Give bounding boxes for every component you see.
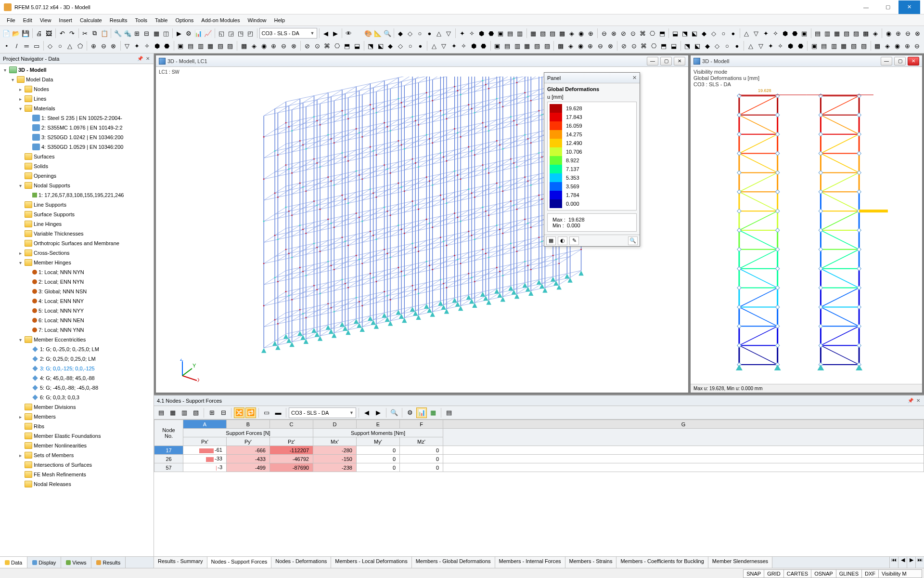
tool-icon[interactable]: ⬓: [669, 40, 679, 51]
menu-file[interactable]: File: [3, 16, 19, 25]
tool-icon[interactable]: △: [429, 40, 439, 51]
tool-icon[interactable]: ●: [729, 28, 738, 39]
tree-item[interactable]: Member Nonlinearities: [0, 441, 154, 450]
status-osnap[interactable]: OSNAP: [811, 569, 836, 578]
tool-icon[interactable]: ◇: [709, 28, 719, 39]
tool-icon[interactable]: ▨: [542, 40, 552, 51]
tree-ecc[interactable]: 5: G; -45,0,-88; -45,0,-88: [0, 383, 154, 393]
results-grid[interactable]: NodeNo. A B C D E F G Support Forces [N]…: [154, 420, 924, 556]
tool-icon[interactable]: ◈: [871, 28, 880, 39]
tool-icon[interactable]: ▦: [167, 407, 178, 418]
tree-ecc[interactable]: 6: G; 0,0,3; 0,0,3: [0, 393, 154, 402]
tool-icon[interactable]: ⊙: [312, 40, 322, 51]
tool-icon[interactable]: ◈: [567, 28, 576, 39]
save-icon[interactable]: 💾: [21, 28, 30, 39]
panel-title-bar[interactable]: Panel ✕: [544, 73, 640, 83]
tree-material[interactable]: 1: Steel S 235 | EN 10025-2:2004-: [0, 113, 154, 123]
tree-item[interactable]: ▸Nodes: [0, 84, 154, 94]
tool-icon[interactable]: ⊖: [279, 40, 289, 51]
tree-ecc[interactable]: 4: G; 45,0,-88; 45,0,-88: [0, 373, 154, 383]
tool-icon[interactable]: ▨: [226, 40, 235, 51]
tool-icon[interactable]: ▤: [819, 40, 829, 51]
tool-icon[interactable]: ⬣: [162, 40, 172, 51]
tool-icon[interactable]: ⬔: [680, 28, 690, 39]
tool-icon[interactable]: ⬢: [786, 40, 796, 51]
tool-icon[interactable]: ◉: [577, 28, 586, 39]
viewport-right-canvas[interactable]: Visibility mode Global Deformations u [m…: [691, 67, 922, 384]
tool-icon[interactable]: ▧: [532, 40, 542, 51]
tool-icon[interactable]: ▩: [861, 28, 870, 39]
tool-icon[interactable]: ⬢: [469, 40, 479, 51]
results-lc-combo[interactable]: CO3 - SLS - DA▼: [289, 407, 356, 418]
tool-icon[interactable]: 🔍: [389, 407, 399, 418]
tool-icon[interactable]: ▧: [849, 40, 859, 51]
tool-icon[interactable]: ⊕: [894, 28, 903, 39]
tool-icon[interactable]: ▣: [176, 40, 186, 51]
tool-icon[interactable]: ⬔: [683, 40, 693, 51]
tree-item[interactable]: ▸Sets of Members: [0, 450, 154, 460]
tool-icon[interactable]: ▣: [496, 28, 505, 39]
result-tab[interactable]: Members - Global Deformations: [412, 557, 495, 568]
close-icon[interactable]: ✕: [908, 57, 919, 66]
navigator-tree[interactable]: ▾ 3D - Modell ▾ Model Data ▸Nodes ▸Lines…: [0, 64, 154, 556]
tool-icon[interactable]: △: [742, 28, 751, 39]
copy-icon[interactable]: ⧉: [90, 28, 99, 39]
pin-icon[interactable]: 📌: [136, 56, 144, 61]
prev-icon[interactable]: ◀: [361, 407, 372, 418]
tool-icon[interactable]: ○: [406, 40, 415, 51]
maximize-icon[interactable]: ▢: [894, 57, 906, 66]
tool-icon[interactable]: ▦: [839, 40, 849, 51]
nav-tab-results[interactable]: Results: [91, 557, 126, 568]
tool-icon[interactable]: ✎: [569, 236, 579, 245]
tree-item[interactable]: Intersections of Surfaces: [0, 460, 154, 470]
tool-icon[interactable]: ⬓: [352, 40, 362, 51]
tool-icon[interactable]: ▥: [179, 407, 190, 418]
tool-icon[interactable]: ✦: [761, 28, 770, 39]
tool-icon[interactable]: ◆: [703, 40, 712, 51]
tree-hinge[interactable]: 4: Local; ENN NNY: [0, 296, 154, 306]
tree-ecc[interactable]: 2: G; 0,25,0; 0,25,0; LM: [0, 354, 154, 364]
tree-material[interactable]: 4: S350GD 1.0529 | EN 10346:200: [0, 142, 154, 152]
tool-icon[interactable]: 🎨: [363, 28, 372, 39]
next-icon[interactable]: ▶: [331, 28, 340, 39]
tree-item[interactable]: ▸Cross-Sections: [0, 248, 154, 258]
tree-item[interactable]: Surface Supports: [0, 210, 154, 219]
results-legend-panel[interactable]: Panel ✕ Global Deformations u [mm] 19.62…: [544, 72, 640, 247]
tool-icon[interactable]: ⬕: [376, 40, 385, 51]
tree-material[interactable]: 3: S250GD 1.0242 | EN 10346:200: [0, 132, 154, 142]
tree-item[interactable]: ▾Member Eccentricities: [0, 335, 154, 344]
tool-icon[interactable]: ▩: [556, 40, 565, 51]
tool-icon[interactable]: ⊗: [289, 40, 298, 51]
tree-hinge[interactable]: 5: Local; NNN NYY: [0, 306, 154, 315]
menu-view[interactable]: View: [36, 16, 55, 25]
line-icon[interactable]: /: [12, 40, 22, 51]
tool-icon[interactable]: ●: [732, 40, 742, 51]
calculate-icon[interactable]: ▶: [175, 28, 184, 39]
tree-hinge[interactable]: 1: Local; NNN NYN: [0, 267, 154, 277]
tree-item[interactable]: Ribs: [0, 421, 154, 431]
close-button[interactable]: ✕: [898, 0, 920, 14]
tool-icon[interactable]: ⬣: [796, 40, 805, 51]
tool-icon[interactable]: ▧: [842, 28, 851, 39]
tool-icon[interactable]: ▤: [156, 407, 167, 418]
tool-icon[interactable]: ◈: [249, 40, 259, 51]
tool-icon[interactable]: ⬕: [693, 40, 702, 51]
tool-icon[interactable]: ⊞: [132, 28, 141, 39]
tool-icon[interactable]: ⬒: [659, 40, 668, 51]
tool-icon[interactable]: 👁: [344, 28, 353, 39]
tree-item[interactable]: Line Hinges: [0, 219, 154, 229]
tool-icon[interactable]: ⊕: [269, 40, 279, 51]
tool-icon[interactable]: ○: [719, 28, 728, 39]
tool-icon[interactable]: ▣: [800, 28, 809, 39]
tool-icon[interactable]: ⊙: [629, 40, 639, 51]
tool-icon[interactable]: ●: [416, 40, 425, 51]
tool-icon[interactable]: ▦: [528, 28, 538, 39]
tool-icon[interactable]: ▨: [548, 28, 557, 39]
minimize-icon[interactable]: —: [647, 57, 658, 66]
tool-icon[interactable]: ▧: [216, 40, 225, 51]
tool-icon[interactable]: 📊: [194, 28, 203, 39]
tool-icon[interactable]: ✧: [142, 40, 152, 51]
paste-icon[interactable]: 📋: [100, 28, 109, 39]
result-tab[interactable]: Members - Coefficients for Buckling: [616, 557, 708, 568]
tool-icon[interactable]: ◇: [406, 28, 415, 39]
